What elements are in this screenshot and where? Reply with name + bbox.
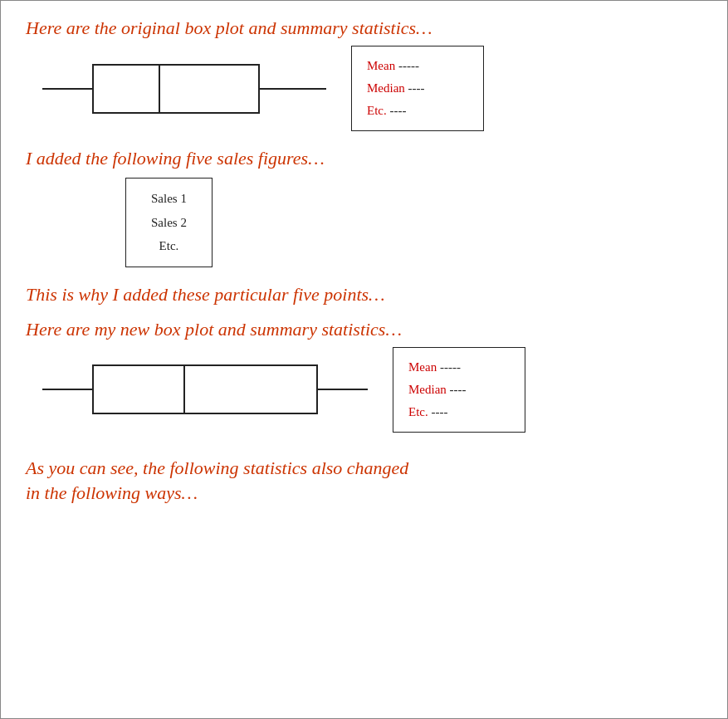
box-right-1 [160, 64, 260, 114]
box-plot-row-1: Mean ----- Median ---- Etc. ---- [26, 46, 702, 131]
sales-line-1: Sales 1 [151, 187, 187, 211]
stat-etc-1: Etc. ---- [367, 100, 468, 122]
median-label-1: Median [367, 81, 405, 95]
section-2: I added the following five sales figures… [26, 148, 702, 276]
section-4: Here are my new box plot and summary sta… [26, 319, 702, 441]
stat-median-1: Median ---- [367, 77, 468, 100]
heading-1: Here are the original box plot and summa… [26, 17, 702, 39]
heading-3: This is why I added these particular fiv… [26, 284, 702, 306]
sales-line-3: Etc. [151, 234, 187, 258]
whisker-left-2 [42, 389, 92, 390]
stats-box-1: Mean ----- Median ---- Etc. ---- [351, 46, 484, 131]
section-5: As you can see, the following statistics… [26, 449, 702, 507]
heading-4: Here are my new box plot and summary sta… [26, 319, 702, 340]
whisker-left-1 [42, 88, 92, 90]
box-plot-2 [42, 364, 368, 414]
stat-median-2: Median ---- [408, 379, 510, 401]
box-plot-row-2: Mean ----- Median ---- Etc. ---- [26, 347, 702, 433]
etc-dashes-2: ---- [432, 405, 448, 418]
stat-etc-2: Etc. ---- [408, 401, 510, 423]
etc-label-1: Etc. [367, 104, 387, 117]
sales-box-row: Sales 1 Sales 2 Etc. [26, 178, 702, 267]
mean-dashes-1: ----- [398, 59, 419, 72]
median-dashes-1: ---- [408, 81, 425, 95]
section-3: This is why I added these particular fiv… [26, 284, 702, 311]
box-left-1 [92, 64, 159, 114]
etc-dashes-1: ---- [390, 104, 407, 117]
stat-mean-2: Mean ----- [408, 356, 510, 379]
median-label-2: Median [408, 383, 447, 396]
heading-2: I added the following five sales figures… [26, 148, 702, 169]
heading-5: As you can see, the following statistics… [26, 456, 702, 507]
median-dashes-2: ---- [450, 383, 467, 396]
sales-line-2: Sales 2 [151, 211, 187, 235]
section-1: Here are the original box plot and summa… [26, 17, 702, 139]
box-left-2 [92, 364, 183, 414]
heading-5-text: As you can see, the following statistics… [26, 457, 408, 504]
whisker-right-2 [318, 389, 368, 390]
page: Here are the original box plot and summa… [0, 0, 728, 719]
mean-dashes-2: ----- [440, 360, 461, 374]
mean-label-1: Mean [367, 59, 395, 72]
box-plot-1 [42, 64, 326, 114]
stats-box-2: Mean ----- Median ---- Etc. ---- [393, 347, 525, 433]
whisker-right-1 [260, 88, 326, 90]
sales-box: Sales 1 Sales 2 Etc. [125, 178, 213, 267]
box-right-2 [185, 364, 318, 414]
mean-label-2: Mean [408, 360, 437, 374]
stat-mean-1: Mean ----- [367, 55, 468, 77]
etc-label-2: Etc. [408, 405, 428, 418]
